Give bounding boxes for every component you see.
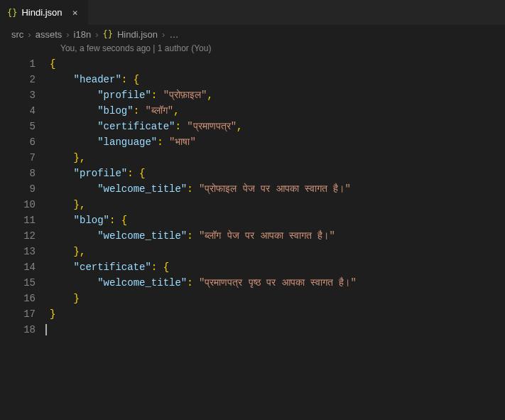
line-number: 11	[0, 212, 36, 228]
git-codelens[interactable]: You, a few seconds ago | 1 author (You)	[0, 43, 505, 56]
line-number: 3	[0, 87, 36, 103]
line-number: 16	[0, 291, 36, 306]
breadcrumb-seg[interactable]: i18n	[74, 29, 92, 40]
code-line[interactable]: {	[50, 56, 505, 72]
json-icon: {}	[7, 8, 17, 18]
line-number: 7	[0, 150, 36, 166]
editor-tab[interactable]: {} Hindi.json ×	[0, 0, 89, 25]
code-line[interactable]: }	[50, 291, 505, 306]
line-number: 2	[0, 72, 36, 87]
code-line[interactable]: "language": "भाषा"	[50, 134, 505, 150]
line-number: 4	[0, 103, 36, 119]
code-line[interactable]: },	[50, 197, 505, 212]
code-line[interactable]: "blog": "ब्लॉग",	[50, 103, 505, 119]
cursor	[45, 324, 47, 335]
code-line[interactable]: },	[50, 244, 505, 259]
line-number: 9	[0, 181, 36, 197]
line-number: 17	[0, 306, 36, 322]
code-line[interactable]: "welcome_title": "ब्लॉग पेज पर आपका स्वा…	[50, 228, 505, 244]
chevron-right-icon: ›	[28, 29, 31, 40]
code-line[interactable]: },	[50, 150, 505, 166]
json-icon: {}	[103, 29, 113, 39]
breadcrumb-seg[interactable]: Hindi.json	[117, 29, 158, 40]
line-number: 13	[0, 244, 36, 259]
line-gutter: 1 2 3 4 5 6 7 8 9 10 11 12 13 14 15 16 1…	[0, 56, 50, 338]
breadcrumb-seg[interactable]: src	[11, 29, 23, 40]
line-number: 1	[0, 56, 36, 72]
code-line[interactable]: "welcome_title": "प्रमाणपत्र पृष्ठ पर आप…	[50, 275, 505, 291]
line-number: 14	[0, 259, 36, 275]
code-line[interactable]: "header": {	[50, 72, 505, 87]
line-number: 18	[0, 322, 36, 338]
close-icon[interactable]: ×	[70, 7, 81, 18]
tab-bar: {} Hindi.json ×	[0, 0, 505, 25]
chevron-right-icon: ›	[162, 29, 165, 40]
line-number: 5	[0, 119, 36, 134]
line-number: 12	[0, 228, 36, 244]
breadcrumb-seg[interactable]: …	[169, 29, 178, 40]
chevron-right-icon: ›	[95, 29, 98, 40]
code-line[interactable]	[50, 322, 505, 338]
code-line[interactable]: "welcome_title": "प्रोफाइल पेज पर आपका स…	[50, 181, 505, 197]
line-number: 10	[0, 197, 36, 212]
line-number: 15	[0, 275, 36, 291]
code-line[interactable]: }	[50, 306, 505, 322]
tab-label: Hindi.json	[21, 7, 62, 18]
line-number: 8	[0, 166, 36, 181]
code-line[interactable]: "blog": {	[50, 212, 505, 228]
chevron-right-icon: ›	[66, 29, 69, 40]
code-line[interactable]: "certificate": {	[50, 259, 505, 275]
code-line[interactable]: "profile": {	[50, 166, 505, 181]
code-editor[interactable]: 1 2 3 4 5 6 7 8 9 10 11 12 13 14 15 16 1…	[0, 56, 505, 338]
line-number: 6	[0, 134, 36, 150]
code-area[interactable]: { "header": { "profile": "प्रोफ़ाइल", "b…	[50, 56, 505, 338]
code-line[interactable]: "profile": "प्रोफ़ाइल",	[50, 87, 505, 103]
code-line[interactable]: "certificate": "प्रमाणपत्र",	[50, 119, 505, 134]
breadcrumb[interactable]: src › assets › i18n › {} Hindi.json › …	[0, 25, 505, 43]
breadcrumb-seg[interactable]: assets	[36, 29, 63, 40]
